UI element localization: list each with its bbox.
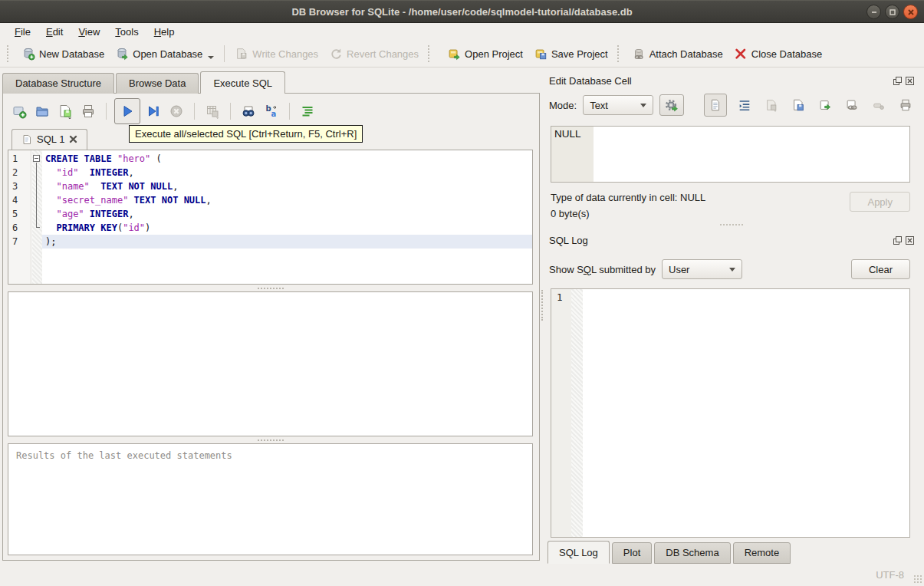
save-sql-file-button[interactable]: [55, 101, 75, 121]
sql-editor-line[interactable]: 2 "id" INTEGER,: [8, 166, 532, 179]
sql-editor[interactable]: 1CREATE TABLE "hero" (2 "id" INTEGER,3 "…: [8, 150, 533, 285]
menu-help[interactable]: Help: [147, 25, 182, 39]
toolbar-grip[interactable]: [617, 45, 623, 62]
save-project-icon: [534, 47, 547, 61]
log-source-select[interactable]: User: [662, 259, 742, 279]
find-replace-button[interactable]: ba: [261, 101, 281, 121]
menu-file[interactable]: File: [8, 25, 38, 39]
toolbar-separator: [224, 45, 225, 62]
main-tab-bar: Database Structure Browse Data Execute S…: [2, 70, 540, 94]
sql-log-view[interactable]: 1: [551, 288, 910, 538]
format-sql-button[interactable]: [298, 101, 317, 121]
import-cell-data-button[interactable]: [762, 96, 781, 114]
toolbar-grip[interactable]: [428, 45, 433, 62]
attach-database-button[interactable]: Attach Database: [626, 44, 728, 64]
revert-changes-button[interactable]: Revert Changes: [324, 44, 424, 64]
filter-label: Show SQL submitted by: [549, 264, 656, 275]
word-wrap-toggle[interactable]: [735, 96, 754, 114]
results-grid-pane[interactable]: [8, 291, 533, 436]
gear-refresh-icon: [664, 97, 679, 113]
new-tab-icon: [12, 104, 27, 119]
maximize-icon[interactable]: [885, 5, 899, 19]
close-database-button[interactable]: Close Database: [728, 44, 828, 64]
cell-size-info: 0 byte(s): [551, 208, 850, 219]
print-sql-button[interactable]: [78, 101, 98, 121]
tab-db-schema[interactable]: DB Schema: [654, 542, 730, 564]
open-sql-file-button[interactable]: [32, 101, 52, 121]
export-results-button[interactable]: [202, 101, 222, 121]
close-dock-icon[interactable]: [905, 76, 915, 86]
execute-all-button[interactable]: [114, 98, 140, 124]
svg-text:a: a: [271, 110, 277, 118]
splitter-handle[interactable]: [8, 436, 533, 443]
apply-button[interactable]: Apply: [850, 192, 910, 212]
float-dock-icon[interactable]: [893, 235, 903, 245]
tab-browse-data[interactable]: Browse Data: [116, 73, 199, 94]
format-sql-icon: [300, 104, 315, 119]
dock-splitter-handle[interactable]: [544, 219, 918, 230]
tab-sql-log[interactable]: SQL Log: [547, 541, 610, 564]
vertical-splitter-handle[interactable]: [540, 67, 544, 564]
open-database-button[interactable]: Open Database: [110, 44, 219, 64]
stop-icon: [169, 104, 184, 119]
find-replace-icon: ba: [264, 104, 279, 119]
tooltip: Execute all/selected SQL [Ctrl+Return, F…: [129, 125, 363, 143]
word-wrap-icon: [738, 98, 751, 112]
tab-execute-sql[interactable]: Execute SQL: [200, 71, 285, 94]
menu-view[interactable]: View: [71, 25, 107, 39]
close-dock-icon[interactable]: [905, 235, 915, 245]
menubar: File Edit View Tools Help: [0, 23, 924, 41]
execute-line-button[interactable]: [143, 101, 163, 121]
resize-grip[interactable]: [913, 574, 922, 584]
encoding-indicator[interactable]: UTF-8: [876, 569, 904, 581]
sql-toolbar-separator: [230, 103, 231, 120]
mode-label: Mode:: [549, 100, 577, 111]
sql-editor-line[interactable]: 3 "name" TEXT NOT NULL,: [8, 179, 532, 193]
sql-toolbar: ba: [8, 97, 533, 126]
clear-log-button[interactable]: Clear: [851, 259, 910, 279]
tab-remote[interactable]: Remote: [733, 542, 791, 564]
print-cell-button[interactable]: [896, 96, 915, 114]
sql-editor-line[interactable]: 1CREATE TABLE "hero" (: [8, 152, 532, 166]
new-database-button[interactable]: New Database: [16, 44, 110, 64]
auto-switch-mode-button[interactable]: [659, 94, 684, 116]
sql-editor-lines: 1CREATE TABLE "hero" (2 "id" INTEGER,3 "…: [8, 152, 532, 249]
results-placeholder: Results of the last executed statements: [16, 450, 232, 461]
toolbar-grip[interactable]: [7, 45, 12, 62]
stop-execution-button[interactable]: [166, 101, 186, 121]
sql-editor-line[interactable]: 6 PRIMARY KEY("id"): [8, 221, 532, 235]
revert-changes-label: Revert Changes: [347, 48, 419, 60]
close-tab-icon[interactable]: [69, 135, 77, 143]
sql-document-icon: [21, 134, 32, 145]
mode-select[interactable]: Text: [583, 95, 653, 115]
find-button[interactable]: [238, 101, 258, 121]
attach-database-label: Attach Database: [649, 48, 723, 60]
open-in-external-button[interactable]: [843, 96, 861, 114]
minimize-icon[interactable]: [866, 5, 881, 19]
new-sql-tab-button[interactable]: [9, 101, 29, 121]
statusbar: UTF-8: [0, 564, 924, 586]
save-project-button[interactable]: Save Project: [528, 44, 613, 64]
execution-log-pane[interactable]: Results of the last executed statements: [8, 443, 533, 555]
print-icon: [81, 104, 96, 119]
close-icon[interactable]: [903, 5, 918, 19]
splitter-handle[interactable]: [8, 285, 533, 291]
open-database-dropdown-icon[interactable]: [208, 56, 214, 59]
export-results-icon: [205, 104, 220, 119]
menu-tools[interactable]: Tools: [108, 25, 145, 39]
sql-editor-line[interactable]: 4 "secret_name" TEXT NOT NULL,: [8, 193, 532, 207]
set-null-button[interactable]: [870, 96, 888, 114]
write-changes-button[interactable]: Write Changes: [229, 44, 324, 64]
sql-editor-line[interactable]: 7);: [8, 235, 532, 249]
float-dock-icon[interactable]: [893, 76, 903, 86]
cell-value-editor[interactable]: NULL: [551, 126, 910, 183]
text-view-toggle[interactable]: [704, 94, 727, 117]
tab-database-structure[interactable]: Database Structure: [2, 73, 114, 94]
sql-doc-tab[interactable]: SQL 1: [12, 129, 87, 150]
sql-editor-line[interactable]: 5 "age" INTEGER,: [8, 207, 532, 221]
tab-plot[interactable]: Plot: [612, 542, 652, 564]
save-cell-data-button[interactable]: [789, 96, 807, 114]
export-cell-data-button[interactable]: [816, 96, 834, 114]
open-project-button[interactable]: Open Project: [442, 44, 528, 64]
menu-edit[interactable]: Edit: [39, 25, 70, 39]
